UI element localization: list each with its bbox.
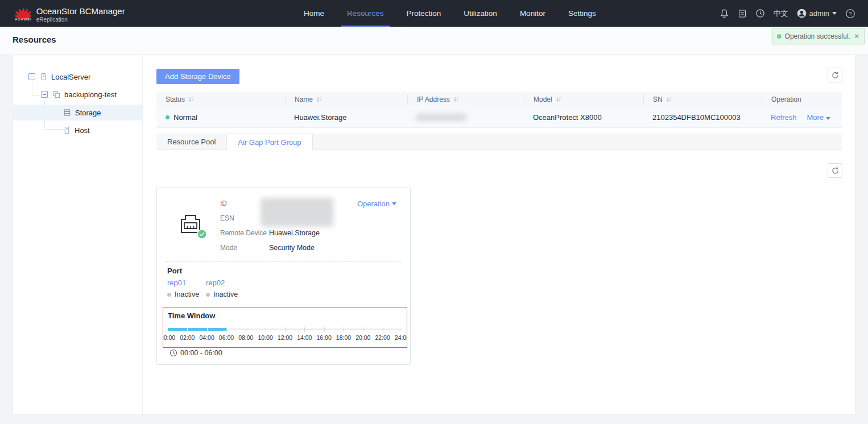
name-cell: Huawei.Storage: [285, 113, 407, 122]
host-icon: [63, 126, 71, 134]
time-window-range: 00:00 - 06:00: [170, 349, 222, 357]
port-status-rep02: Inactive: [206, 290, 238, 298]
time-tick-label: 12:00: [278, 334, 292, 341]
time-tick-label: 06:00: [219, 334, 234, 341]
user-name: admin: [809, 9, 829, 18]
clock-icon[interactable]: [755, 9, 765, 18]
port-link-rep01[interactable]: rep01: [167, 278, 186, 287]
app-title: OceanStor BCManager: [36, 6, 125, 16]
time-tick-label: 24:00: [395, 334, 407, 341]
sort-icon: [453, 97, 459, 102]
collapse-toggle-icon[interactable]: [41, 91, 48, 98]
tree-node-backuplong-test[interactable]: backuplong-test: [13, 86, 142, 102]
port-link-rep02[interactable]: rep02: [206, 278, 225, 287]
tree-node-storage[interactable]: Storage: [13, 105, 142, 120]
time-window-tick: [304, 327, 305, 332]
task-list-icon[interactable]: [738, 9, 747, 18]
main-nav: Home Resources Protection Utilization Mo…: [292, 0, 607, 27]
time-window-segment: [344, 329, 363, 330]
time-tick-label: 02:00: [180, 334, 195, 341]
time-window-segment: [363, 329, 383, 330]
more-link[interactable]: More: [807, 113, 831, 122]
collapse-toggle-icon[interactable]: [28, 73, 35, 80]
nav-item-home[interactable]: Home: [297, 0, 331, 27]
sort-icon: [188, 97, 194, 102]
time-window-tick: [383, 327, 383, 332]
storage-icon: [63, 109, 71, 117]
toast-notification: Operation successful. ✕: [772, 28, 865, 44]
close-icon[interactable]: ✕: [854, 32, 859, 40]
nav-item-settings[interactable]: Settings: [561, 0, 603, 27]
operation-cell: Refresh More: [762, 113, 842, 122]
card-operation-menu[interactable]: Operation: [357, 199, 396, 208]
network-port-device-icon: [176, 210, 205, 238]
top-navbar: HUAWEI OceanStor BCManager eReplication …: [0, 0, 868, 27]
cluster-icon: [52, 90, 60, 98]
column-header-model[interactable]: Model: [524, 95, 643, 103]
time-tick-label: 00:00: [163, 334, 175, 341]
field-label-remote-device: Remote Device: [220, 229, 269, 238]
add-storage-device-button[interactable]: Add Storage Device: [156, 69, 239, 84]
tree-node-label: Storage: [75, 109, 101, 117]
column-header-operation: Operation: [762, 95, 842, 103]
chevron-down-icon: [826, 117, 830, 120]
tree-node-label: Host: [75, 126, 90, 135]
field-label-mode: Mode: [220, 244, 269, 253]
tree-node-label: backuplong-test: [64, 90, 117, 99]
help-icon[interactable]: ?: [845, 9, 855, 19]
time-window-title: Time Window: [168, 311, 215, 320]
time-window-segment: [383, 329, 402, 330]
avatar-icon: [797, 9, 807, 18]
time-window-box: Time Window 00:0002:0004:0006:0008:0010:…: [163, 307, 407, 348]
brand-wordmark: HUAWEI: [15, 18, 32, 21]
tab-air-gap-port-group[interactable]: Air Gap Port Group: [226, 134, 312, 150]
toast-message: Operation successful.: [785, 32, 850, 40]
port-section-title: Port: [167, 267, 182, 275]
column-header-status[interactable]: Status: [156, 95, 285, 103]
air-gap-port-group-card: Operation ID ESN Remote Device Huawei.St…: [156, 188, 411, 365]
time-tick-label: 16:00: [317, 334, 332, 341]
bell-icon[interactable]: [720, 9, 729, 18]
refresh-icon: [831, 167, 840, 175]
status-dot-icon: [166, 115, 170, 119]
svg-text:?: ?: [849, 11, 852, 16]
redacted-id-esn: [261, 198, 333, 227]
refresh-portgroup-button[interactable]: [828, 163, 842, 178]
time-window-labels: 00:0002:0004:0006:0008:0010:0012:0014:00…: [168, 334, 402, 342]
time-window-segment: [247, 329, 266, 330]
column-header-name[interactable]: Name: [285, 95, 407, 103]
nav-item-utilization[interactable]: Utilization: [457, 0, 504, 27]
time-tick-label: 18:00: [336, 334, 351, 341]
nav-item-protection[interactable]: Protection: [400, 0, 448, 27]
time-window-segment: [305, 329, 325, 330]
status-dot-icon: [206, 293, 210, 297]
time-tick-label: 14:00: [297, 334, 312, 341]
clock-icon: [170, 349, 177, 357]
refresh-table-button[interactable]: [828, 68, 842, 82]
nav-item-resources[interactable]: Resources: [340, 0, 391, 27]
time-tick-label: 22:00: [375, 334, 390, 341]
tree-node-host[interactable]: Host: [13, 122, 142, 138]
user-menu[interactable]: admin: [797, 9, 837, 18]
table-row[interactable]: Normal Huawei.Storage OceanProtect X8000…: [156, 107, 842, 128]
column-header-ip-address[interactable]: IP Address: [407, 95, 524, 103]
title-strip: Resources: [0, 27, 868, 54]
tree-node-localserver[interactable]: LocalServer: [13, 69, 142, 85]
chevron-down-icon: [832, 12, 837, 15]
column-header-sn[interactable]: SN: [643, 95, 762, 103]
status-cell: Normal: [156, 113, 285, 122]
time-tick-label: 08:00: [238, 334, 253, 341]
nav-item-monitor[interactable]: Monitor: [513, 0, 552, 27]
resource-tree: LocalServer backuplong-test Storage: [13, 55, 143, 414]
status-dot-icon: [167, 293, 171, 297]
field-value-remote-device: Huawei.Storage: [269, 229, 320, 238]
time-window-tick: [285, 327, 286, 332]
refresh-link[interactable]: Refresh: [771, 113, 797, 122]
model-cell: OceanProtect X8000: [524, 113, 643, 122]
time-window-tick: [266, 327, 266, 332]
time-window-tick: [246, 327, 246, 332]
language-switch[interactable]: 中文: [774, 9, 788, 19]
time-window-segment: [266, 329, 286, 330]
storage-device-table: Status Name IP Address Model SN: [156, 92, 842, 128]
tab-resource-pool[interactable]: Resource Pool: [156, 134, 226, 150]
